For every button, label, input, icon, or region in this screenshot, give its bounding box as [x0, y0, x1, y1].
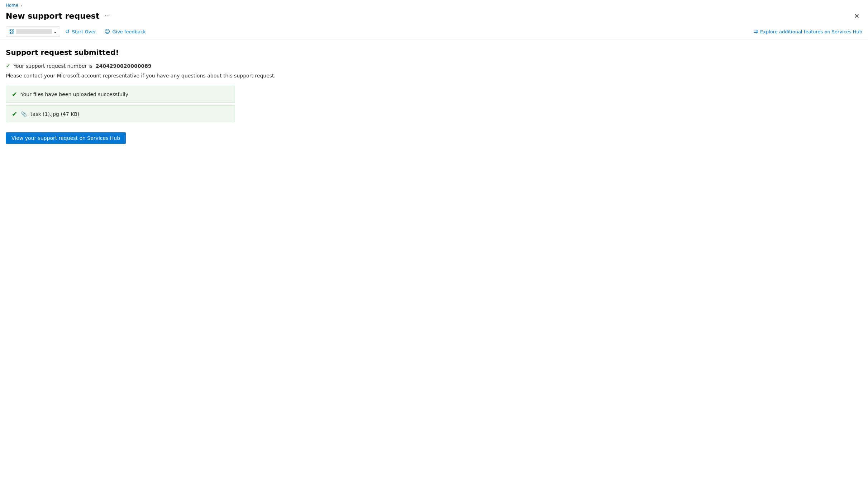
upload-success-box: ✔ Your files have been uploaded successf… [6, 86, 235, 103]
toolbar: ⛓ ⌄ ↺ Start Over ☺ Give feedback ⇉ Explo… [0, 24, 868, 39]
file-upload-box: ✔ 📎 task (1).jpg (47 KB) [6, 105, 235, 122]
dropdown-placeholder [16, 29, 52, 34]
ellipsis-button[interactable]: ··· [102, 12, 112, 20]
network-icon: ⛓ [9, 28, 15, 35]
toolbar-right: ⇉ Explore additional features on Service… [753, 28, 862, 35]
success-heading: Support request submitted! [6, 48, 862, 57]
breadcrumb: Home › [0, 0, 868, 9]
explore-icon: ⇉ [753, 28, 758, 35]
breadcrumb-home-link[interactable]: Home [6, 3, 18, 8]
page-title: New support request [6, 11, 99, 20]
file-name: task (1).jpg (47 KB) [30, 111, 79, 117]
request-number-value: 2404290020000089 [96, 63, 152, 69]
start-over-label: Start Over [72, 29, 96, 34]
contact-message: Please contact your Microsoft account re… [6, 73, 862, 79]
feedback-icon: ☺ [105, 28, 110, 35]
page-title-area: New support request ··· [6, 11, 112, 20]
upload-success-icon: ✔ [12, 90, 17, 98]
breadcrumb-separator: › [20, 3, 22, 8]
request-number-prefix: Your support request number is [13, 63, 92, 69]
close-button[interactable]: ✕ [851, 11, 862, 21]
start-over-button[interactable]: ↺ Start Over [62, 26, 100, 37]
chevron-down-icon: ⌄ [53, 29, 57, 34]
give-feedback-button[interactable]: ☺ Give feedback [101, 26, 149, 37]
toolbar-left: ⛓ ⌄ ↺ Start Over ☺ Give feedback [6, 26, 149, 37]
explore-services-hub-link[interactable]: ⇉ Explore additional features on Service… [753, 28, 862, 35]
explore-label: Explore additional features on Services … [760, 29, 862, 34]
request-number-text: Your support request number is 240429002… [13, 63, 151, 69]
page-header: New support request ··· ✕ [0, 9, 868, 24]
main-content: Support request submitted! ✓ Your suppor… [0, 39, 868, 152]
subscription-dropdown[interactable]: ⛓ ⌄ [6, 27, 60, 37]
give-feedback-label: Give feedback [112, 29, 146, 34]
request-number-row: ✓ Your support request number is 2404290… [6, 62, 862, 69]
refresh-icon: ↺ [65, 28, 70, 35]
attachment-icon: 📎 [21, 111, 27, 117]
check-icon: ✓ [6, 62, 10, 69]
view-support-request-button[interactable]: View your support request on Services Hu… [6, 132, 126, 144]
upload-success-message: Your files have been uploaded successful… [21, 91, 128, 97]
file-success-icon: ✔ [12, 110, 17, 118]
page-container: Home › New support request ··· ✕ ⛓ ⌄ ↺ S… [0, 0, 868, 491]
close-icon: ✕ [854, 12, 859, 20]
